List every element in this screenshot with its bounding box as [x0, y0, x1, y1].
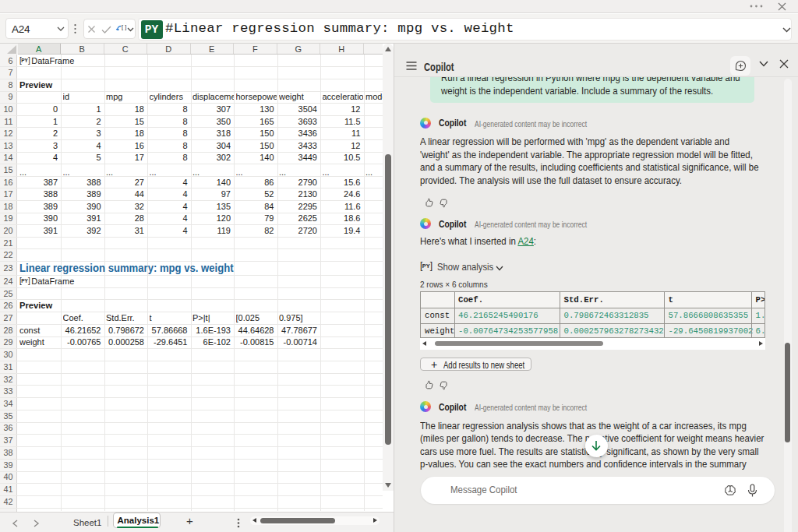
svg-text:[ ]: [ ]: [122, 23, 126, 30]
